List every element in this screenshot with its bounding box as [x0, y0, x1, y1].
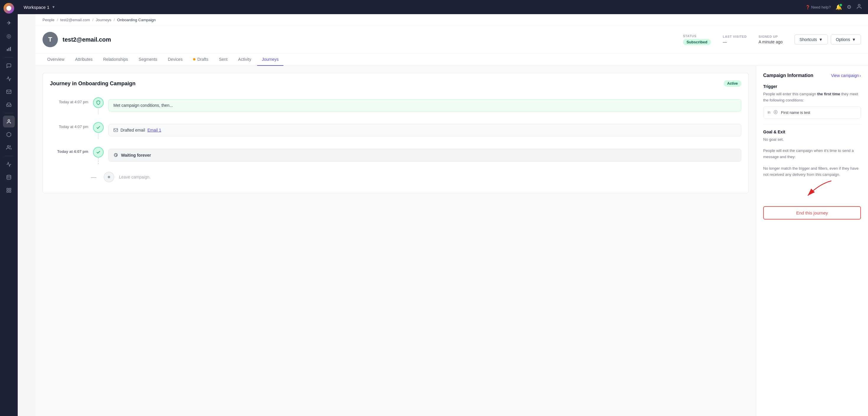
options-label: Options [836, 37, 850, 42]
tab-relationships[interactable]: Relationships [99, 54, 133, 66]
trigger-desc-prefix: People will enter this campaign [763, 92, 817, 96]
connector-1 [93, 97, 104, 115]
help-link[interactable]: ❓ Need help? [805, 5, 831, 9]
sidebar-item-grid[interactable] [3, 184, 15, 196]
last-visited-meta: LAST VISITED — [723, 35, 747, 44]
step-trigger-content: Met campaign conditions, then... [108, 97, 741, 111]
tab-sent[interactable]: Sent [214, 54, 232, 66]
tab-drafts[interactable]: Drafts [188, 54, 213, 66]
sidebar-item-email[interactable] [3, 86, 15, 98]
step-trigger-time: Today at 4:07 pm [50, 97, 88, 104]
step-wait-time: Today at 4:07 pm [50, 147, 88, 154]
logo[interactable] [4, 3, 14, 13]
signed-up-meta: SIGNED UP A minute ago [758, 35, 783, 44]
sidebar-item-objects[interactable] [3, 129, 15, 140]
trigger-text: Met campaign conditions, then... [113, 103, 736, 108]
workspace-name: Workspace 1 [24, 5, 49, 10]
sidebar-item-campaigns[interactable] [3, 73, 15, 85]
svg-point-12 [858, 4, 860, 6]
journey-card-header: Journey in Onboarding Campaign Active [50, 80, 741, 87]
workspace-selector[interactable]: Workspace 1 ▼ [24, 5, 55, 10]
end-journey-button[interactable]: End this journey [763, 206, 861, 220]
journey-status-badge: Active [724, 80, 741, 87]
trigger-box: Met campaign conditions, then... [108, 99, 741, 111]
sidebar-item-people[interactable] [3, 116, 15, 127]
divider-2 [4, 113, 13, 113]
user-profile-icon[interactable] [856, 4, 862, 11]
svg-rect-13 [114, 129, 118, 132]
line-2 [98, 133, 99, 139]
journey-timeline: Today at 4:07 pm Met campaign conditions… [50, 94, 741, 186]
breadcrumb-email[interactable]: test2@email.com [60, 18, 90, 22]
wait-box: Waiting forever [108, 149, 741, 162]
breadcrumb-current: Onboarding Campaign [117, 18, 156, 22]
settings-icon[interactable]: ⚙ [847, 4, 851, 10]
help-label: Need help? [811, 5, 831, 9]
svg-point-6 [7, 146, 9, 147]
svg-point-5 [8, 120, 10, 121]
tab-overview[interactable]: Overview [42, 54, 69, 66]
trigger-node [93, 97, 104, 108]
options-button[interactable]: Options ▼ [831, 34, 861, 44]
exit-text-1: People will exit the campaign when it's … [763, 148, 861, 160]
svg-rect-10 [9, 191, 11, 192]
trigger-section: Trigger People will enter this campaign … [763, 84, 861, 119]
view-campaign-arrow-icon: › [860, 73, 861, 78]
avatar: T [42, 32, 58, 47]
campaign-info-title: Campaign Information [763, 73, 813, 78]
sidebar-item-inbox[interactable] [3, 99, 15, 110]
tab-journeys[interactable]: Journeys [257, 54, 283, 66]
leave-campaign-item: — Leave campaign. [50, 168, 741, 186]
wait-text: Waiting forever [113, 153, 736, 158]
arrow-container [763, 184, 861, 201]
status-label: STATUS [683, 34, 711, 38]
tab-devices[interactable]: Devices [163, 54, 187, 66]
trigger-desc-bold: the first time [817, 92, 840, 96]
goal-exit-title: Goal & Exit [763, 130, 861, 134]
notifications-icon[interactable]: 🔔 [836, 4, 842, 10]
svg-rect-2 [8, 48, 9, 51]
profile-header: T test2@email.com STATUS Subscribed LAST… [35, 26, 868, 54]
goal-text: No goal set. [763, 137, 861, 143]
breadcrumb-sep-3: / [114, 18, 115, 22]
drafts-dot [193, 58, 195, 61]
email-box: Drafted email Email 1 [108, 124, 741, 136]
tab-activity[interactable]: Activity [234, 54, 256, 66]
tab-attributes[interactable]: Attributes [70, 54, 97, 66]
sidebar-item-activity[interactable]: ◎ [3, 30, 15, 42]
condition-text: First name is test [781, 110, 810, 115]
svg-rect-8 [7, 188, 8, 190]
svg-rect-9 [9, 188, 11, 190]
breadcrumb-journeys[interactable]: Journeys [96, 18, 111, 22]
connector-3 [93, 147, 104, 165]
sidebar-item-send[interactable]: ✈ [3, 17, 15, 29]
sidebar-item-contacts[interactable] [3, 141, 15, 153]
divider-1 [4, 57, 13, 58]
topbar: Workspace 1 ▼ ❓ Need help? 🔔 ⚙ [18, 0, 868, 14]
journey-card: Journey in Onboarding Campaign Active To… [42, 73, 749, 193]
sidebar-item-pulse[interactable] [3, 158, 15, 170]
leave-dash: — [88, 174, 99, 180]
campaign-info-panel: Campaign Information View campaign › Tri… [756, 66, 868, 416]
condition-box: in First name is test [763, 106, 861, 119]
sidebar-item-charts[interactable] [3, 43, 15, 55]
tab-segments[interactable]: Segments [134, 54, 162, 66]
profile-meta: STATUS Subscribed LAST VISITED — SIGNED … [683, 34, 783, 45]
view-campaign-link[interactable]: View campaign › [831, 73, 861, 78]
sidebar-item-messages[interactable] [3, 60, 15, 72]
email-node [93, 122, 104, 133]
line-1 [98, 108, 99, 115]
svg-point-14 [108, 176, 110, 178]
workspace-chevron-icon: ▼ [52, 5, 55, 9]
sidebar-item-database[interactable] [3, 171, 15, 183]
step-email-content: Drafted email Email 1 [108, 122, 741, 136]
header-actions: Shortcuts ▼ Options ▼ [795, 34, 861, 44]
shortcuts-button[interactable]: Shortcuts ▼ [795, 34, 828, 44]
email-link[interactable]: Email 1 [147, 128, 161, 132]
email-text: Drafted email Email 1 [113, 128, 736, 132]
leave-node [104, 172, 114, 182]
panel-header: Campaign Information View campaign › [763, 73, 861, 78]
breadcrumb-people[interactable]: People [42, 18, 54, 22]
step-email-time: Today at 4:07 pm [50, 122, 88, 129]
svg-rect-3 [10, 47, 11, 51]
